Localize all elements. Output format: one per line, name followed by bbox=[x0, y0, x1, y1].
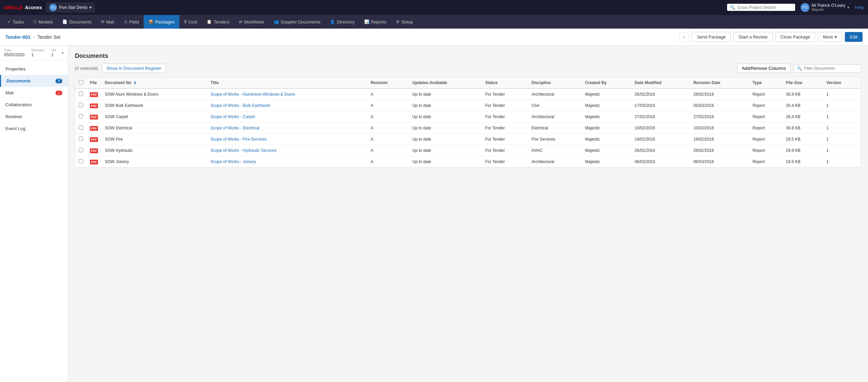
select-all-checkbox[interactable] bbox=[79, 80, 83, 84]
row-checkbox-3[interactable] bbox=[79, 125, 83, 130]
project-selector[interactable]: FS Five Star Demo ▾ bbox=[46, 2, 95, 13]
row-checkbox-5[interactable] bbox=[79, 148, 83, 152]
row-checkbox-cell[interactable] bbox=[75, 100, 87, 111]
row-title[interactable]: Scope of Works - Aluminium Windows & Doo… bbox=[207, 89, 367, 100]
row-title[interactable]: Scope of Works - Hydraulic Services bbox=[207, 145, 367, 156]
row-checkbox-6[interactable] bbox=[79, 159, 83, 163]
doc-link[interactable]: Scope of Works - Aluminium Windows & Doo… bbox=[210, 92, 295, 97]
pdf-icon[interactable]: PDF bbox=[90, 160, 98, 164]
th-checkbox bbox=[75, 77, 87, 89]
row-date-modified: 19/02/2016 bbox=[631, 134, 690, 145]
pdf-icon[interactable]: PDF bbox=[90, 137, 98, 142]
nav-item-packages[interactable]: 📦 Packages bbox=[144, 15, 179, 29]
row-checkbox-cell[interactable] bbox=[75, 134, 87, 145]
row-version: 1 bbox=[823, 111, 861, 123]
user-dropdown-icon[interactable]: ▾ bbox=[847, 5, 849, 10]
more-button[interactable]: More ▾ bbox=[818, 32, 842, 42]
nav-item-documents[interactable]: 📄 Documents bbox=[58, 15, 96, 29]
nav-label-field: Field bbox=[129, 19, 139, 25]
row-title[interactable]: Scope of Works - Fire Services bbox=[207, 134, 367, 145]
pdf-icon[interactable]: PDF bbox=[90, 126, 98, 131]
left-nav-item-properties[interactable]: Properties bbox=[0, 63, 68, 75]
pdf-icon[interactable]: PDF bbox=[90, 104, 98, 108]
nav-item-workflows[interactable]: ⇄ Workflows bbox=[234, 15, 269, 29]
start-review-button[interactable]: Start a Review bbox=[734, 32, 773, 42]
row-checkbox-cell[interactable] bbox=[75, 123, 87, 134]
filter-documents-input-wrapper[interactable]: 🔍 bbox=[793, 64, 861, 73]
doc-link[interactable]: Scope of Works - Fire Services bbox=[210, 137, 267, 142]
user-subtitle: Majestic bbox=[811, 8, 845, 12]
row-title[interactable]: Scope of Works - Electrical bbox=[207, 123, 367, 134]
row-file-size: 29.5 KB bbox=[783, 134, 823, 145]
row-checkbox-2[interactable] bbox=[79, 114, 83, 118]
left-nav-item-event-log[interactable]: Event Log bbox=[0, 123, 68, 134]
nav-item-reports[interactable]: 📊 Reports bbox=[359, 15, 391, 29]
nav-item-setup[interactable]: ⚙ Setup bbox=[391, 15, 418, 29]
row-checkbox-0[interactable] bbox=[79, 92, 83, 96]
row-revision: A bbox=[367, 145, 409, 156]
doc-link[interactable]: Scope of Works - Joinery bbox=[210, 159, 256, 164]
left-nav-item-collaborators[interactable]: Collaborators bbox=[0, 99, 68, 111]
row-checkbox-4[interactable] bbox=[79, 137, 83, 141]
row-checkbox-cell[interactable] bbox=[75, 156, 87, 168]
nav-item-directory[interactable]: 👤 Directory bbox=[325, 15, 359, 29]
nav-label-reports: Reports bbox=[371, 19, 387, 25]
breadcrumb-package-link[interactable]: Tender-001 bbox=[5, 34, 31, 40]
nav-item-field[interactable]: ⚠ Field bbox=[119, 15, 144, 29]
left-nav-item-mail[interactable]: Mail 1 bbox=[0, 87, 68, 99]
row-title[interactable]: Scope of Works - Bulk Earthwork bbox=[207, 100, 367, 111]
row-type: Report bbox=[749, 100, 783, 111]
doc-link[interactable]: Scope of Works - Electrical bbox=[210, 126, 259, 130]
row-checkbox-cell[interactable] bbox=[75, 145, 87, 156]
row-title[interactable]: Scope of Works - Carpet bbox=[207, 111, 367, 123]
tenders-icon: 📋 bbox=[207, 19, 212, 24]
search-bar[interactable]: 🔍 bbox=[727, 4, 795, 11]
pdf-icon[interactable]: PDF bbox=[90, 92, 98, 97]
th-doc-no[interactable]: Document No ⬆ bbox=[101, 77, 207, 89]
edit-button[interactable]: Edit bbox=[845, 32, 863, 42]
nav-item-tasks[interactable]: ✓ Tasks bbox=[3, 15, 29, 29]
help-link[interactable]: Help bbox=[855, 5, 864, 10]
row-file-cell: PDF bbox=[86, 100, 101, 111]
row-checkbox-1[interactable] bbox=[79, 103, 83, 107]
left-nav-item-documents[interactable]: Documents 7 bbox=[0, 75, 68, 87]
nav-item-tenders[interactable]: 📋 Tenders bbox=[202, 15, 234, 29]
close-package-button[interactable]: Close Package bbox=[775, 32, 815, 42]
nav-label-setup: Setup bbox=[401, 19, 413, 25]
more-chevron-icon: ▾ bbox=[835, 34, 837, 39]
nav-item-cost[interactable]: $ Cost bbox=[179, 15, 202, 29]
top-bar-right: 🔍 PO Mr Patrick O'Leary Majestic ▾ Help bbox=[727, 3, 864, 12]
add-remove-columns-button[interactable]: Add/Remove Columns bbox=[737, 64, 790, 73]
row-updates-avail: Up to date bbox=[409, 100, 482, 111]
meta-revision: Revision 1 bbox=[31, 48, 44, 57]
supplier-docs-icon: 👥 bbox=[274, 19, 279, 24]
meta-dropdown-icon[interactable]: ▾ bbox=[62, 51, 64, 55]
row-created-by: Majestic bbox=[582, 111, 631, 123]
pdf-icon[interactable]: PDF bbox=[90, 148, 98, 153]
filter-documents-input[interactable] bbox=[804, 66, 857, 71]
nav-item-mail[interactable]: ✉ Mail bbox=[96, 15, 119, 29]
left-nav-item-reviews[interactable]: Reviews bbox=[0, 111, 68, 123]
cross-project-search-input[interactable] bbox=[737, 5, 792, 10]
event-log-label: Event Log bbox=[5, 126, 26, 131]
doc-link[interactable]: Scope of Works - Carpet bbox=[210, 114, 255, 119]
prev-arrow-button[interactable]: ‹ bbox=[679, 32, 689, 42]
nav-item-models[interactable]: ⬡ Models bbox=[29, 15, 58, 29]
doc-link[interactable]: Scope of Works - Hydraulic Services bbox=[210, 148, 277, 153]
doc-link[interactable]: Scope of Works - Bulk Earthwork bbox=[210, 103, 270, 108]
top-bar: ORACLE Aconex FS Five Star Demo ▾ 🔍 PO M… bbox=[0, 0, 868, 15]
row-revision-date: 27/02/2016 bbox=[690, 111, 749, 123]
table-head: File Document No ⬆ Title Revision Update… bbox=[75, 77, 861, 89]
nav-item-supplier-docs[interactable]: 👥 Supplier Documents bbox=[269, 15, 325, 29]
row-doc-no: SOW Bulk Earthwork bbox=[101, 100, 207, 111]
send-package-button[interactable]: Send Package bbox=[692, 32, 731, 42]
more-label: More bbox=[823, 34, 833, 39]
user-info: PO Mr Patrick O'Leary Majestic ▾ bbox=[801, 3, 849, 12]
row-checkbox-cell[interactable] bbox=[75, 89, 87, 100]
pdf-icon[interactable]: PDF bbox=[90, 115, 98, 120]
row-created-by: Majestic bbox=[582, 123, 631, 134]
show-in-register-button[interactable]: Show in Document Register bbox=[102, 64, 166, 73]
nav-label-workflows: Workflows bbox=[244, 19, 264, 25]
row-checkbox-cell[interactable] bbox=[75, 111, 87, 123]
row-title[interactable]: Scope of Works - Joinery bbox=[207, 156, 367, 168]
